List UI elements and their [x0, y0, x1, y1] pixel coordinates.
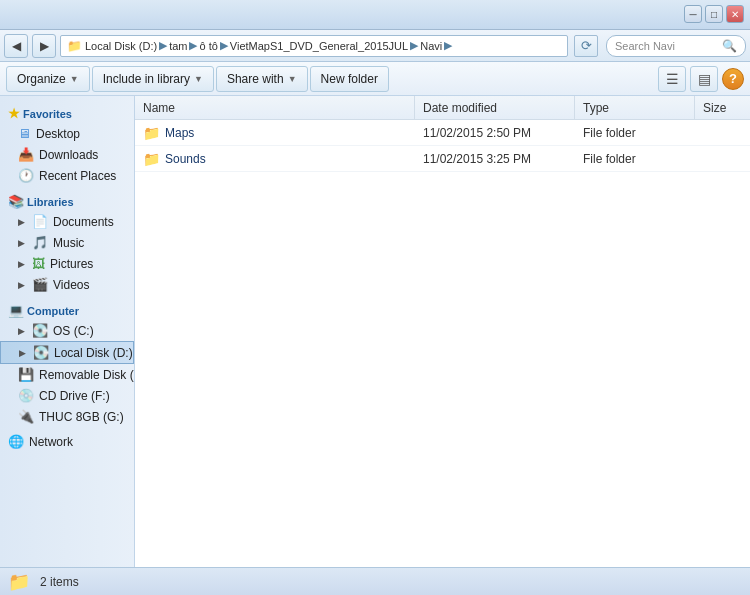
window-controls: ─ □ ✕: [684, 5, 744, 23]
f-drive-icon: 💿: [18, 388, 34, 403]
address-folder-icon: 📁: [67, 39, 82, 53]
file-date-maps: 11/02/2015 2:50 PM: [415, 126, 575, 140]
libraries-section: 📚 Libraries ▶ 📄 Documents ▶ 🎵 Music ▶ 🖼 …: [0, 190, 134, 295]
sidebar-item-pictures[interactable]: ▶ 🖼 Pictures: [0, 253, 134, 274]
search-placeholder: Search Navi: [615, 40, 675, 52]
new-folder-button[interactable]: New folder: [310, 66, 389, 92]
maximize-button[interactable]: □: [705, 5, 723, 23]
address-part-5: Navi: [420, 40, 442, 52]
expand-arrow-pictures: ▶: [18, 259, 25, 269]
file-date-sounds: 11/02/2015 3:25 PM: [415, 152, 575, 166]
desktop-icon: 🖥: [18, 126, 31, 141]
column-headers: Name Date modified Type Size: [135, 96, 750, 120]
address-part-4: VietMapS1_DVD_General_2015JUL: [230, 40, 408, 52]
view-details-button[interactable]: ▤: [690, 66, 718, 92]
sidebar-item-f-drive[interactable]: 💿 CD Drive (F:): [0, 385, 134, 406]
titlebar: ─ □ ✕: [0, 0, 750, 30]
close-button[interactable]: ✕: [726, 5, 744, 23]
refresh-button[interactable]: ⟳: [574, 35, 598, 57]
search-icon: 🔍: [722, 39, 737, 53]
d-drive-icon: 💽: [33, 345, 49, 360]
navigation-bar: ◀ ▶ 📁 Local Disk (D:) ▶ tam ▶ ô tô ▶ Vie…: [0, 30, 750, 62]
forward-button[interactable]: ▶: [32, 34, 56, 58]
sidebar-item-downloads[interactable]: 📥 Downloads: [0, 144, 134, 165]
favorites-star-icon: ★: [8, 106, 20, 121]
sidebar-item-recent-places[interactable]: 🕐 Recent Places: [0, 165, 134, 186]
column-name[interactable]: Name: [135, 96, 415, 119]
favorites-header[interactable]: ★ Favorites: [0, 102, 134, 123]
back-button[interactable]: ◀: [4, 34, 28, 58]
videos-icon: 🎬: [32, 277, 48, 292]
expand-arrow-d: ▶: [19, 348, 26, 358]
recent-places-icon: 🕐: [18, 168, 34, 183]
sidebar-item-desktop[interactable]: 🖥 Desktop: [0, 123, 134, 144]
sidebar: ★ Favorites 🖥 Desktop 📥 Downloads 🕐 Rece…: [0, 96, 135, 567]
item-count: 2 items: [40, 575, 79, 589]
computer-icon: 💻: [8, 303, 24, 318]
expand-arrow-music: ▶: [18, 238, 25, 248]
sidebar-item-g-drive[interactable]: 🔌 THUC 8GB (G:): [0, 406, 134, 427]
file-name-sounds[interactable]: 📁 Sounds: [135, 151, 415, 167]
network-icon: 🌐: [8, 434, 24, 449]
address-part-2: tam: [169, 40, 187, 52]
libraries-header[interactable]: 📚 Libraries: [0, 190, 134, 211]
folder-icon-maps: 📁: [143, 125, 160, 141]
toolbar: Organize ▼ Include in library ▼ Share wi…: [0, 62, 750, 96]
main-container: ★ Favorites 🖥 Desktop 📥 Downloads 🕐 Rece…: [0, 96, 750, 567]
c-drive-icon: 💽: [32, 323, 48, 338]
file-name-maps[interactable]: 📁 Maps: [135, 125, 415, 141]
documents-icon: 📄: [32, 214, 48, 229]
status-folder-icon: 📁: [8, 571, 30, 593]
table-row[interactable]: 📁 Sounds 11/02/2015 3:25 PM File folder: [135, 146, 750, 172]
sidebar-item-network[interactable]: 🌐 Network: [0, 431, 134, 452]
organize-dropdown-icon: ▼: [70, 74, 79, 84]
folder-icon-sounds: 📁: [143, 151, 160, 167]
sidebar-item-music[interactable]: ▶ 🎵 Music: [0, 232, 134, 253]
sidebar-item-videos[interactable]: ▶ 🎬 Videos: [0, 274, 134, 295]
expand-arrow-docs: ▶: [18, 217, 25, 227]
pictures-icon: 🖼: [32, 256, 45, 271]
e-drive-icon: 💾: [18, 367, 34, 382]
computer-header[interactable]: 💻 Computer: [0, 299, 134, 320]
g-drive-icon: 🔌: [18, 409, 34, 424]
table-row[interactable]: 📁 Maps 11/02/2015 2:50 PM File folder: [135, 120, 750, 146]
search-bar[interactable]: Search Navi 🔍: [606, 35, 746, 57]
network-section: 🌐 Network: [0, 431, 134, 452]
minimize-button[interactable]: ─: [684, 5, 702, 23]
share-dropdown-icon: ▼: [288, 74, 297, 84]
sidebar-item-e-drive[interactable]: 💾 Removable Disk (E:): [0, 364, 134, 385]
downloads-icon: 📥: [18, 147, 34, 162]
libraries-icon: 📚: [8, 194, 24, 209]
address-part-1: Local Disk (D:): [85, 40, 157, 52]
content-area: Name Date modified Type Size 📁 Maps 11/0…: [135, 96, 750, 567]
address-bar[interactable]: 📁 Local Disk (D:) ▶ tam ▶ ô tô ▶ VietMap…: [60, 35, 568, 57]
favorites-section: ★ Favorites 🖥 Desktop 📥 Downloads 🕐 Rece…: [0, 102, 134, 186]
expand-arrow-videos: ▶: [18, 280, 25, 290]
share-with-button[interactable]: Share with ▼: [216, 66, 308, 92]
column-size[interactable]: Size: [695, 96, 750, 119]
include-library-button[interactable]: Include in library ▼: [92, 66, 214, 92]
expand-arrow-c: ▶: [18, 326, 25, 336]
status-bar: 📁 2 items: [0, 567, 750, 595]
computer-section: 💻 Computer ▶ 💽 OS (C:) ▶ 💽 Local Disk (D…: [0, 299, 134, 427]
file-type-sounds: File folder: [575, 152, 695, 166]
toolbar-right: ☰ ▤ ?: [658, 66, 744, 92]
sidebar-item-documents[interactable]: ▶ 📄 Documents: [0, 211, 134, 232]
column-date-modified[interactable]: Date modified: [415, 96, 575, 119]
sidebar-item-c-drive[interactable]: ▶ 💽 OS (C:): [0, 320, 134, 341]
file-type-maps: File folder: [575, 126, 695, 140]
music-icon: 🎵: [32, 235, 48, 250]
include-library-dropdown-icon: ▼: [194, 74, 203, 84]
organize-button[interactable]: Organize ▼: [6, 66, 90, 92]
address-part-3: ô tô: [199, 40, 217, 52]
column-type[interactable]: Type: [575, 96, 695, 119]
help-button[interactable]: ?: [722, 68, 744, 90]
view-toggle-button[interactable]: ☰: [658, 66, 686, 92]
sidebar-item-d-drive[interactable]: ▶ 💽 Local Disk (D:): [0, 341, 134, 364]
